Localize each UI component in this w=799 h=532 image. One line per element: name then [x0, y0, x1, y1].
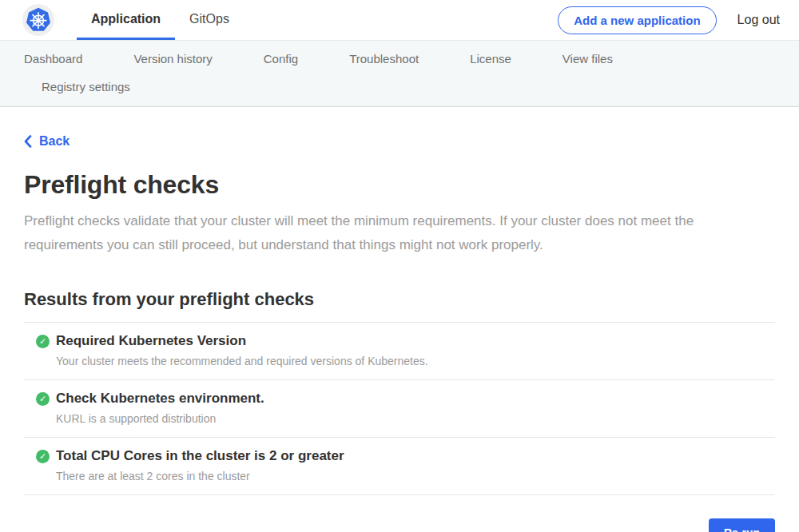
page-title: Preflight checks: [24, 170, 775, 200]
check-message: There are at least 2 cores in the cluste…: [56, 470, 344, 482]
kubernetes-logo: [22, 4, 54, 36]
subnav-item-version-history[interactable]: Version history: [133, 52, 212, 66]
subnav-item-troubleshoot[interactable]: Troubleshoot: [349, 52, 419, 66]
header-actions: Add a new application Log out: [558, 0, 780, 40]
check-content: Total CPU Cores in the cluster is 2 or g…: [56, 448, 344, 482]
kubernetes-logo-icon: [26, 7, 51, 33]
check-title: Total CPU Cores in the cluster is 2 or g…: [56, 448, 344, 464]
subnav-item-registry-settings[interactable]: Registry settings: [42, 80, 130, 93]
page-description: Preflight checks validate that your clus…: [24, 209, 763, 257]
results-heading: Results from your preflight checks: [24, 289, 775, 310]
app-subnav: Dashboard Version history Config Trouble…: [0, 41, 799, 107]
check-message: Your cluster meets the recommended and r…: [56, 355, 428, 367]
subnav-item-license[interactable]: License: [470, 52, 511, 66]
primary-nav: Application GitOps: [77, 0, 244, 40]
check-message: KURL is a supported distribution: [56, 412, 264, 425]
add-new-application-button[interactable]: Add a new application: [558, 6, 716, 34]
success-check-icon: ✓: [36, 450, 50, 463]
back-link[interactable]: Back: [24, 134, 70, 149]
check-row-kubernetes-version: ✓ Required Kubernetes Version Your clust…: [24, 323, 775, 380]
check-row-kubernetes-environment: ✓ Check Kubernetes environment. KURL is …: [24, 380, 775, 438]
check-row-cpu-cores: ✓ Total CPU Cores in the cluster is 2 or…: [24, 438, 775, 495]
log-out-link[interactable]: Log out: [737, 13, 780, 27]
subnav-row-1: Dashboard Version history Config Trouble…: [0, 52, 799, 66]
rerun-button[interactable]: Re-run: [709, 518, 775, 532]
subnav-item-config[interactable]: Config: [264, 52, 298, 66]
back-label: Back: [39, 134, 70, 149]
preflight-page: Back Preflight checks Preflight checks v…: [24, 107, 775, 532]
preflight-results-list: ✓ Required Kubernetes Version Your clust…: [24, 322, 775, 495]
footer-actions: Re-run: [24, 518, 775, 532]
success-check-icon: ✓: [36, 392, 50, 406]
top-header: Application GitOps Add a new application…: [0, 0, 799, 41]
chevron-left-icon: [24, 135, 32, 148]
success-check-icon: ✓: [36, 335, 50, 348]
check-title: Required Kubernetes Version: [56, 333, 428, 349]
tab-application[interactable]: Application: [77, 0, 175, 40]
subnav-row-2: Registry settings: [0, 80, 799, 93]
check-content: Required Kubernetes Version Your cluster…: [56, 333, 428, 367]
check-content: Check Kubernetes environment. KURL is a …: [56, 391, 264, 425]
check-title: Check Kubernetes environment.: [56, 391, 264, 407]
tab-gitops[interactable]: GitOps: [175, 0, 244, 40]
subnav-item-dashboard[interactable]: Dashboard: [24, 52, 82, 66]
subnav-item-view-files[interactable]: View files: [562, 52, 613, 66]
